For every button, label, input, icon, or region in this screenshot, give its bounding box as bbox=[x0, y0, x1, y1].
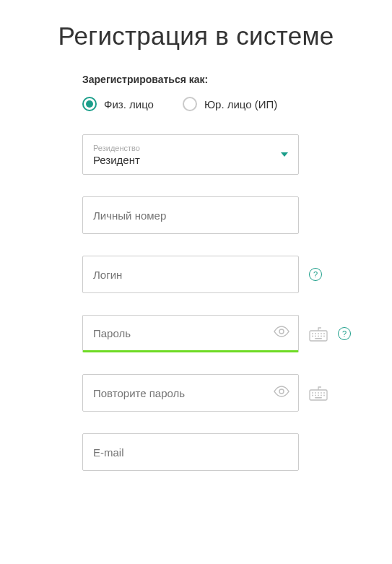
login-help-icon[interactable]: ? bbox=[309, 268, 322, 281]
svg-point-19 bbox=[323, 392, 325, 394]
svg-point-17 bbox=[318, 392, 319, 394]
show-password-repeat-icon[interactable] bbox=[274, 386, 289, 400]
svg-point-13 bbox=[279, 389, 284, 394]
svg-point-10 bbox=[321, 336, 322, 337]
residency-floating-label: Резиденство bbox=[93, 144, 269, 152]
login-field[interactable] bbox=[82, 256, 299, 293]
svg-point-16 bbox=[315, 392, 316, 394]
svg-point-15 bbox=[312, 392, 313, 394]
svg-point-9 bbox=[318, 336, 319, 337]
svg-point-4 bbox=[318, 333, 319, 334]
page-title: Регистрация в системе bbox=[20, 22, 372, 51]
radio-selected-icon bbox=[82, 97, 97, 111]
virtual-keyboard-icon[interactable] bbox=[309, 326, 328, 342]
svg-point-18 bbox=[321, 392, 322, 394]
svg-point-22 bbox=[318, 395, 319, 396]
svg-point-11 bbox=[323, 336, 325, 337]
svg-rect-12 bbox=[315, 338, 322, 339]
svg-point-3 bbox=[315, 333, 316, 334]
register-as-label: Зарегистрироваться как: bbox=[82, 74, 372, 85]
personal-number-input[interactable] bbox=[93, 209, 288, 222]
chevron-down-icon bbox=[281, 152, 288, 157]
svg-point-23 bbox=[321, 395, 322, 396]
residency-select[interactable]: Резиденство Резидент bbox=[82, 134, 299, 175]
password-repeat-field[interactable] bbox=[82, 374, 299, 412]
radio-individual[interactable]: Физ. лицо bbox=[82, 97, 154, 111]
radio-individual-label: Физ. лицо bbox=[104, 98, 154, 110]
radio-legal-label: Юр. лицо (ИП) bbox=[204, 98, 277, 110]
personal-number-field[interactable] bbox=[82, 196, 299, 234]
svg-point-0 bbox=[279, 329, 284, 334]
residency-value: Резидент bbox=[93, 154, 269, 166]
radio-unselected-icon bbox=[183, 97, 197, 111]
svg-point-5 bbox=[321, 333, 322, 334]
radio-legal[interactable]: Юр. лицо (ИП) bbox=[183, 97, 277, 111]
account-type-radio-group: Физ. лицо Юр. лицо (ИП) bbox=[82, 97, 372, 111]
virtual-keyboard-repeat-icon[interactable] bbox=[309, 385, 328, 401]
password-input[interactable] bbox=[93, 327, 266, 339]
svg-point-7 bbox=[312, 336, 313, 337]
svg-point-2 bbox=[312, 333, 313, 334]
svg-point-24 bbox=[323, 395, 325, 396]
password-help-icon[interactable]: ? bbox=[338, 327, 351, 340]
login-input[interactable] bbox=[93, 269, 288, 281]
svg-point-6 bbox=[323, 333, 325, 334]
show-password-icon[interactable] bbox=[274, 326, 289, 340]
svg-point-20 bbox=[312, 395, 313, 396]
email-input[interactable] bbox=[93, 446, 288, 459]
svg-rect-25 bbox=[315, 397, 322, 399]
password-repeat-input[interactable] bbox=[93, 387, 266, 399]
password-field[interactable] bbox=[82, 315, 299, 352]
svg-point-8 bbox=[315, 336, 316, 337]
email-field[interactable] bbox=[82, 433, 299, 471]
svg-point-21 bbox=[315, 395, 316, 396]
